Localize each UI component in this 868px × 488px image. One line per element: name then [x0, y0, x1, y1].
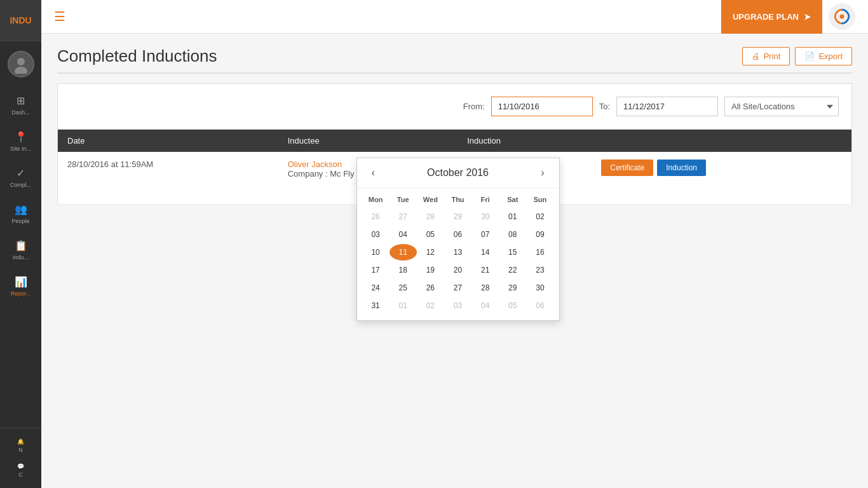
sidebar-item-label: Repor...	[11, 290, 31, 297]
calendar-day[interactable]: 24	[362, 280, 390, 296]
calendar-day[interactable]: 22	[499, 262, 526, 278]
calendar-day[interactable]: 03	[362, 226, 390, 243]
calendar-day[interactable]: 28	[417, 208, 444, 225]
calendar-day[interactable]: 04	[471, 297, 499, 314]
sidebar-item-reports[interactable]: 📊 Repor...	[0, 268, 41, 304]
calendar-week-2: 10111213141516	[362, 244, 554, 261]
print-button[interactable]: 🖨 Print	[742, 47, 790, 65]
printer-icon: 🖨	[752, 51, 760, 61]
sidebar-notifications[interactable]: 🔔 N	[0, 433, 41, 458]
calendar-day[interactable]: 14	[471, 244, 499, 261]
menu-toggle-icon[interactable]: ☰	[54, 9, 65, 24]
col-actions	[592, 130, 851, 152]
calendar-day[interactable]: 27	[444, 280, 471, 296]
row-action-buttons: Certificate Induction	[601, 159, 842, 176]
inductee-name-link[interactable]: Oliver Jackson	[288, 159, 342, 169]
app-logo: INDU	[0, 0, 41, 41]
calendar-day[interactable]: 30	[526, 280, 553, 296]
calendar-day[interactable]: 02	[526, 208, 553, 225]
sidebar-nav: ⊞ Dash... 📍 Site In... ✓ Compl... 👥 Peop…	[0, 87, 41, 428]
calendar-day[interactable]: 07	[471, 226, 499, 243]
calendar-day[interactable]: 09	[526, 226, 553, 243]
calendar-day[interactable]: 27	[390, 208, 417, 225]
page-content: Completed Inductions 🖨 Print 📄 Export Fr…	[41, 34, 868, 488]
calendar-day[interactable]: 25	[390, 280, 417, 296]
sidebar-item-label: Indu...	[13, 254, 29, 261]
calendar-day[interactable]: 23	[526, 262, 553, 278]
calendar-next-button[interactable]: ›	[536, 165, 549, 181]
topbar: ☰ UPGRADE PLAN ➤	[41, 0, 868, 34]
sidebar-item-site-inductions[interactable]: 📍 Site In...	[0, 123, 41, 159]
calendar-day[interactable]: 31	[362, 297, 390, 314]
calendar-day[interactable]: 05	[417, 226, 444, 243]
topbar-left: ☰	[54, 9, 65, 24]
day-header-fri: Fri	[471, 193, 499, 206]
user-avatar[interactable]	[8, 51, 34, 78]
sidebar-item-dashboard[interactable]: ⊞ Dash...	[0, 87, 41, 123]
calendar-day[interactable]: 01	[499, 208, 526, 225]
calendar-day[interactable]: 29	[499, 280, 526, 296]
location-select[interactable]: All Site/Locations	[724, 97, 839, 116]
calendar-day[interactable]: 05	[499, 297, 526, 314]
calendar-day[interactable]: 26	[362, 208, 390, 225]
to-label: To:	[599, 102, 610, 111]
calendar-week-3: 17181920212223	[362, 262, 554, 278]
calendar-day[interactable]: 11	[390, 244, 417, 261]
sidebar-chat[interactable]: 💬 C	[0, 458, 41, 483]
table-header-row: Date Inductee Induction	[58, 130, 852, 152]
calendar-day[interactable]: 02	[417, 297, 444, 314]
svg-point-0	[17, 58, 25, 65]
calendar-day[interactable]: 19	[417, 262, 444, 278]
calendar-day[interactable]: 21	[471, 262, 499, 278]
calendar-day[interactable]: 06	[526, 297, 553, 314]
page-actions: 🖨 Print 📄 Export	[742, 47, 852, 65]
calendar-day[interactable]: 13	[444, 244, 471, 261]
calendar-day[interactable]: 16	[526, 244, 553, 261]
dashboard-icon: ⊞	[17, 95, 25, 107]
export-button[interactable]: 📄 Export	[795, 47, 852, 65]
calendar-day[interactable]: 12	[417, 244, 444, 261]
notifications-label: N	[18, 447, 23, 453]
certificate-button[interactable]: Certificate	[601, 159, 653, 176]
sidebar-item-people[interactable]: 👥 People	[0, 196, 41, 232]
page-header: Completed Inductions 🖨 Print 📄 Export	[57, 46, 852, 74]
calendar-day[interactable]: 30	[471, 208, 499, 225]
calendar-day[interactable]: 04	[390, 226, 417, 243]
to-date-input[interactable]	[616, 97, 718, 116]
day-header-mon: Mon	[362, 193, 390, 206]
calendar-day[interactable]: 28	[471, 280, 499, 296]
calendar-week-0: 26272829300102	[362, 208, 554, 225]
day-header-sun: Sun	[526, 193, 553, 206]
calendar-day[interactable]: 01	[390, 297, 417, 314]
sidebar-item-inductions[interactable]: 📋 Indu...	[0, 232, 41, 268]
calendar-day[interactable]: 29	[444, 208, 471, 225]
from-date-input[interactable]	[491, 97, 593, 116]
calendar-day[interactable]: 26	[417, 280, 444, 296]
svg-point-3	[839, 14, 844, 18]
sidebar-item-label: Dash...	[11, 109, 30, 116]
calendar-header: ‹ October 2016 ›	[357, 158, 559, 188]
calendar-day[interactable]: 06	[444, 226, 471, 243]
upgrade-plan-button[interactable]: UPGRADE PLAN ➤	[721, 0, 822, 34]
calendar-grid: Mon Tue Wed Thu Fri Sat Sun 262728293001…	[357, 188, 559, 320]
col-induction: Induction	[458, 130, 592, 152]
app-name: INDU	[10, 15, 31, 25]
calendar-day[interactable]: 15	[499, 244, 526, 261]
calendar-day[interactable]: 18	[390, 262, 417, 278]
calendar-day[interactable]: 20	[444, 262, 471, 278]
calendar-day[interactable]: 03	[444, 297, 471, 314]
topbar-right: UPGRADE PLAN ➤	[721, 0, 855, 34]
calendar-day[interactable]: 10	[362, 244, 390, 261]
calendar-day-headers: Mon Tue Wed Thu Fri Sat Sun	[362, 193, 554, 206]
company-logo	[829, 3, 855, 30]
sidebar-item-label: Site In...	[10, 146, 31, 152]
from-label: From:	[463, 102, 485, 111]
day-header-thu: Thu	[444, 193, 471, 206]
sidebar-item-compliance[interactable]: ✓ Compl...	[0, 159, 41, 196]
calendar-week-1: 03040506070809	[362, 226, 554, 243]
col-date: Date	[58, 130, 278, 152]
calendar-day[interactable]: 17	[362, 262, 390, 278]
induction-button[interactable]: Induction	[657, 159, 706, 176]
calendar-prev-button[interactable]: ‹	[367, 165, 380, 181]
calendar-day[interactable]: 08	[499, 226, 526, 243]
